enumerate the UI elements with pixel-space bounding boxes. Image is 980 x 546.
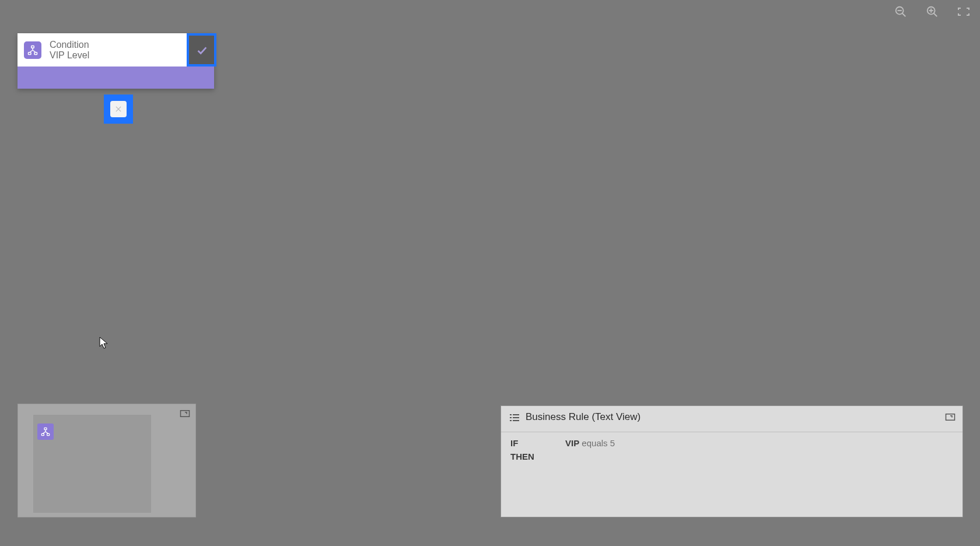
minimap-expand-button[interactable] bbox=[179, 409, 191, 418]
if-keyword: IF bbox=[510, 438, 542, 448]
condition-icon bbox=[24, 41, 41, 59]
if-expression-rest: equals 5 bbox=[579, 438, 615, 448]
cursor-icon bbox=[99, 337, 108, 349]
zoom-in-button[interactable] bbox=[924, 4, 940, 20]
condition-type-label: Condition bbox=[50, 40, 187, 50]
text-view-title: Business Rule (Text View) bbox=[526, 411, 640, 423]
svg-rect-15 bbox=[181, 411, 190, 417]
svg-rect-17 bbox=[41, 433, 44, 435]
svg-rect-8 bbox=[29, 52, 32, 54]
svg-line-21 bbox=[46, 432, 48, 433]
text-view-body: IF VIP equals 5 THEN bbox=[501, 432, 963, 471]
svg-line-4 bbox=[934, 13, 937, 17]
condition-node-titles: Condition VIP Level bbox=[50, 34, 187, 66]
list-icon bbox=[509, 413, 520, 421]
if-expression-field: VIP bbox=[565, 438, 579, 448]
text-view-title-row: Business Rule (Text View) bbox=[501, 406, 963, 428]
fit-screen-button[interactable] bbox=[956, 4, 972, 20]
condition-name-label: VIP Level bbox=[50, 50, 187, 61]
svg-line-12 bbox=[33, 50, 36, 52]
then-keyword: THEN bbox=[510, 452, 542, 461]
condition-node-header[interactable]: Condition VIP Level bbox=[18, 33, 214, 66]
svg-rect-28 bbox=[946, 414, 955, 421]
svg-rect-16 bbox=[44, 428, 47, 429]
close-icon bbox=[110, 101, 127, 117]
svg-rect-18 bbox=[47, 433, 50, 435]
if-expression: VIP equals 5 bbox=[565, 438, 615, 448]
svg-line-20 bbox=[43, 432, 46, 433]
minimap-node-icon bbox=[37, 424, 54, 440]
minimap-panel[interactable] bbox=[18, 404, 196, 517]
svg-line-11 bbox=[30, 50, 33, 52]
condition-true-port[interactable] bbox=[187, 33, 216, 66]
svg-marker-29 bbox=[100, 337, 107, 348]
text-view-panel: Business Rule (Text View) IF VIP equals … bbox=[501, 405, 963, 517]
svg-rect-7 bbox=[32, 46, 34, 48]
text-view-expand-button[interactable] bbox=[944, 412, 957, 422]
condition-node[interactable]: Condition VIP Level bbox=[18, 33, 214, 89]
designer-canvas[interactable]: Condition VIP Level bbox=[0, 0, 980, 546]
condition-false-port[interactable] bbox=[104, 94, 133, 124]
condition-node-footer bbox=[18, 66, 214, 89]
zoom-out-button[interactable] bbox=[892, 4, 909, 20]
svg-line-1 bbox=[902, 13, 906, 17]
svg-rect-9 bbox=[34, 52, 37, 54]
view-toolbar bbox=[892, 4, 972, 20]
